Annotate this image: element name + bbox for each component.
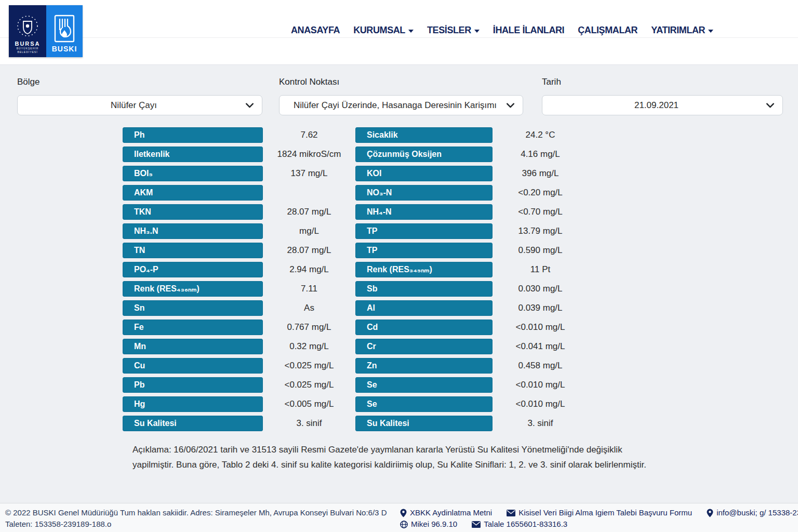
header: ANASAYFAKURUMSALTESİSLERİHALE İLANLARIÇA… bbox=[0, 0, 798, 65]
parameter-value-left: <0.025 mg/L bbox=[263, 380, 355, 390]
parameter-value-left: <0.005 mg/L bbox=[263, 399, 355, 409]
parameter-value-right: 0.458 mg/L bbox=[493, 361, 588, 371]
nav-item-label: ÇALIŞMALAR bbox=[578, 25, 637, 36]
parameter-value-right: <0.20 mg/L bbox=[493, 188, 588, 198]
water-quality-table: Ph 7.62 Sicaklik 24.2 °C Iletkenlik 1824… bbox=[123, 127, 590, 435]
parameter-value-left: 0.767 mg/L bbox=[263, 322, 355, 332]
nav-item-label: ANASAYFA bbox=[291, 25, 340, 36]
parameter-value-right: 0.030 mg/L bbox=[493, 284, 588, 294]
parameter-label-right: TP bbox=[355, 243, 493, 258]
globe-icon bbox=[400, 521, 408, 528]
parameter-label-left: Pb bbox=[123, 377, 263, 393]
parameter-label-left: TKN bbox=[123, 204, 263, 220]
parameter-value-right: <0.010 mg/L bbox=[493, 322, 588, 332]
parameter-label-right: Çözunmüş Oksijen bbox=[355, 147, 493, 162]
parameter-label-left: Iletkenlik bbox=[123, 147, 263, 162]
footer: © 2022 BUSKI Genel Müdüriüğü Tum haklan … bbox=[0, 503, 798, 532]
parameter-value-left: As bbox=[263, 303, 355, 313]
parameter-value-right: <0.010 mg/L bbox=[493, 380, 588, 390]
parameter-label-right: Cr bbox=[355, 339, 493, 354]
tarih-select-value: 21.09.2021 bbox=[552, 100, 761, 111]
parameter-label-left: Renk (RES₄₃₆ₙₘ) bbox=[123, 281, 263, 297]
parameter-label-right: TP bbox=[355, 223, 493, 239]
tarih-select[interactable]: 21.09.2021 bbox=[542, 95, 783, 115]
bolge-select[interactable]: Nilüfer Çayı bbox=[17, 95, 262, 115]
caret-down-icon bbox=[708, 30, 713, 33]
parameter-label-right: NH₄-N bbox=[355, 204, 493, 220]
table-row: Ph 7.62 Sicaklik 24.2 °C bbox=[123, 127, 590, 143]
nav-item-5[interactable]: YATIRIMLAR bbox=[651, 25, 713, 36]
logo-city-sub2: BELEDİYESİ bbox=[17, 50, 37, 54]
caret-down-icon bbox=[408, 30, 414, 33]
footer-links: XBKK Aydinlatma MetniKisisel Veri Biigi … bbox=[400, 507, 798, 530]
table-row: Pb <0.025 mg/L Se <0.010 mg/L bbox=[123, 377, 590, 393]
parameter-value-left: 1824 mikroS/cm bbox=[263, 149, 355, 159]
parameter-value-right: 24.2 °C bbox=[493, 130, 588, 140]
kontrol-label: Kontrol Noktası bbox=[279, 77, 339, 87]
chevron-down-icon bbox=[245, 100, 255, 110]
table-row: BOI₅ 137 mg/L KOI 396 mg/L bbox=[123, 166, 590, 181]
footer-link-1-1[interactable]: Kisisel Veri Biigi Alma Igiem Talebi Baş… bbox=[507, 507, 692, 518]
envelope-icon bbox=[472, 521, 481, 528]
bursa-city-logo: BURSA BÜYÜKŞEHİR BELEDİYESİ bbox=[9, 5, 46, 57]
table-row: PO₄-P 2.94 mg/L Renk (RES₃₄₅ₙₘ) 11 Pt bbox=[123, 262, 590, 277]
footer-link-label: Talale 1655601-83316.3 bbox=[484, 518, 567, 530]
parameter-value-left: 137 mg/L bbox=[263, 168, 355, 179]
buski-logo[interactable]: BURSA BÜYÜKŞEHİR BELEDİYESİ BUSKI bbox=[9, 5, 83, 57]
chevron-down-icon bbox=[506, 100, 515, 110]
parameter-label-left: PO₄-P bbox=[123, 262, 263, 277]
footer-link-label: info@buski; g/ 15338-2331891 bbox=[716, 507, 798, 518]
parameter-value-right: 396 mg/L bbox=[493, 168, 588, 179]
parameter-value-left: 7.62 bbox=[263, 130, 355, 140]
buski-mark: BUSKI bbox=[46, 5, 83, 57]
parameter-value-right: 0.590 mg/L bbox=[493, 245, 588, 256]
parameter-label-left: Mn bbox=[123, 339, 263, 354]
kontrol-select-value: Nilüfer Çayi Üzerinde, Hasanaga Deresini… bbox=[289, 100, 501, 111]
parameter-label-left: BOI₅ bbox=[123, 166, 263, 181]
table-row: Sn As Al 0.039 mg/L bbox=[123, 300, 590, 316]
parameter-label-left: NH₃.N bbox=[123, 223, 263, 239]
nav-item-4[interactable]: ÇALIŞMALAR bbox=[578, 25, 637, 36]
logo-city-name: BURSA bbox=[15, 41, 40, 47]
parameter-value-right: <0.70 mg/L bbox=[493, 207, 588, 217]
parameter-label-left: Cu bbox=[123, 358, 263, 374]
parameter-value-left: <0.025 mg/L bbox=[263, 361, 355, 371]
pin-icon bbox=[707, 509, 713, 517]
logo-city-sub1: BÜYÜKŞEHİR bbox=[17, 47, 39, 50]
header-divider bbox=[0, 37, 798, 38]
footer-link-2-1[interactable]: Talale 1655601-83316.3 bbox=[472, 518, 567, 530]
table-row: Mn 0.32 mg/L Cr <0.041 mg/L bbox=[123, 339, 590, 354]
water-drop-icon bbox=[54, 15, 75, 45]
parameter-label-left: TN bbox=[123, 243, 263, 258]
parameter-value-right: 11 Pt bbox=[493, 264, 588, 275]
kontrol-noktasi-select[interactable]: Nilüfer Çayi Üzerinde, Hasanaga Deresini… bbox=[279, 95, 523, 115]
parameter-label-left: AKM bbox=[123, 185, 263, 201]
parameter-value-right: 0.039 mg/L bbox=[493, 303, 588, 313]
parameter-label-right: KOI bbox=[355, 166, 493, 181]
table-row: Iletkenlik 1824 mikroS/cm Çözunmüş Oksij… bbox=[123, 147, 590, 162]
footer-link-2-0[interactable]: Mikei 96.9.10 bbox=[400, 518, 457, 530]
nav-item-1[interactable]: KURUMSAL bbox=[353, 25, 414, 36]
footer-link-label: Kisisel Veri Biigi Alma Igiem Talebi Baş… bbox=[518, 507, 692, 518]
table-row: TN 28.07 mg/L TP 0.590 mg/L bbox=[123, 243, 590, 258]
nav-item-2[interactable]: TESİSLER bbox=[427, 25, 480, 36]
parameter-label-right: Se bbox=[355, 396, 493, 412]
tarih-label: Tarih bbox=[542, 77, 561, 87]
bolge-label: Bölge bbox=[17, 77, 39, 87]
parameter-label-right: Sicaklik bbox=[355, 127, 493, 143]
parameter-label-left: Fe bbox=[123, 320, 263, 335]
table-row: Cu <0.025 mg/L Zn 0.458 mg/L bbox=[123, 358, 590, 374]
bolge-select-value: Nilüfer Çayı bbox=[27, 100, 241, 111]
nav-item-label: İHALE İLANLARI bbox=[493, 25, 564, 36]
nav-item-0[interactable]: ANASAYFA bbox=[291, 25, 340, 36]
footer-link-1-2[interactable]: info@buski; g/ 15338-2331891 bbox=[707, 507, 798, 518]
nav-item-3[interactable]: İHALE İLANLARI bbox=[493, 25, 564, 36]
footer-link-1-0[interactable]: XBKK Aydinlatma Metni bbox=[400, 507, 492, 518]
nav-item-label: TESİSLER bbox=[427, 25, 471, 36]
parameter-label-right: Cd bbox=[355, 320, 493, 335]
parameter-label-left: Hg bbox=[123, 396, 263, 412]
footer-copyright-block: © 2022 BUSKI Genel Müdüriüğü Tum haklan … bbox=[5, 507, 387, 530]
parameter-value-left: mg/L bbox=[263, 226, 355, 236]
footer-phone: Taleten: 153358-239189-188.o bbox=[5, 518, 387, 530]
table-row: Renk (RES₄₃₆ₙₘ) 7.11 Sb 0.030 mg/L bbox=[123, 281, 590, 297]
